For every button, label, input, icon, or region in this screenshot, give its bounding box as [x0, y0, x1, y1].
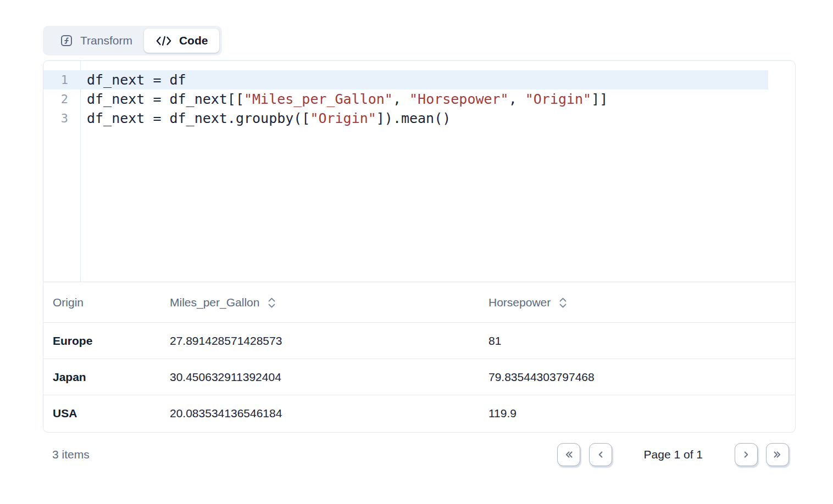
cell-horsepower: 81: [488, 334, 795, 348]
line-number: 1: [43, 70, 80, 89]
code-line: 2 df_next = df_next[["Miles_per_Gallon",…: [43, 89, 795, 109]
chevrons-right-icon: [771, 449, 784, 461]
code-segment: "Horsepower": [409, 91, 509, 107]
table-footer: 3 items Page 1 of 1: [43, 433, 796, 477]
items-count: 3 items: [52, 448, 90, 461]
sort-updown-icon[interactable]: [559, 297, 567, 309]
app-page: Transform Code 1 df_next = df 2 df_next …: [0, 0, 833, 504]
tab-code[interactable]: Code: [144, 29, 220, 53]
cell-miles-per-gallon: 30.450632911392404: [170, 371, 488, 384]
prev-page-button[interactable]: [589, 443, 612, 466]
code-segment: df_next = df_next[[: [87, 91, 244, 107]
table-row: Europe 27.891428571428573 81: [43, 323, 795, 359]
column-header-origin-label: Origin: [53, 296, 84, 309]
column-header-horsepower[interactable]: Horsepower: [488, 296, 795, 309]
code-segment: ,: [509, 91, 525, 107]
function-icon: [60, 34, 73, 47]
pagination: Page 1 of 1: [557, 443, 789, 466]
code-segment: "Origin": [310, 110, 376, 126]
chevrons-left-icon: [563, 449, 575, 461]
code-segment: "Miles_per_Gallon": [244, 91, 393, 107]
cell-miles-per-gallon: 20.083534136546184: [170, 407, 488, 420]
code-segment: "Origin": [525, 91, 591, 107]
tab-code-label: Code: [179, 34, 208, 47]
code-line: 3 df_next = df_next.groupby(["Origin"]).…: [43, 109, 795, 128]
first-page-button[interactable]: [557, 443, 580, 466]
chevron-right-icon: [740, 449, 752, 461]
line-number: 2: [43, 89, 80, 109]
cell-horsepower: 79.83544303797468: [488, 371, 795, 384]
table-row: Japan 30.450632911392404 79.835443037974…: [43, 359, 795, 395]
cell-origin: Europe: [43, 334, 170, 348]
code-segment: ]]: [591, 91, 608, 107]
code-segment: ]).mean(): [376, 110, 451, 126]
code-editor[interactable]: 1 df_next = df 2 df_next = df_next[["Mil…: [43, 61, 795, 282]
last-page-button[interactable]: [766, 443, 789, 466]
code-line-text: df_next = df: [80, 70, 186, 89]
table-header-row: Origin Miles_per_Gallon Horsepower: [43, 282, 795, 323]
chevron-left-icon: [595, 449, 607, 461]
cell-origin: USA: [43, 407, 170, 420]
cell-origin: Japan: [43, 371, 170, 384]
result-table: Origin Miles_per_Gallon Horsepower: [43, 282, 795, 432]
code-segment: df_next = df_next.groupby([: [87, 110, 310, 126]
page-indicator: Page 1 of 1: [644, 448, 703, 461]
table-row: USA 20.083534136546184 119.9: [43, 395, 795, 432]
code-and-result-panel: 1 df_next = df 2 df_next = df_next[["Mil…: [43, 60, 796, 433]
sort-updown-icon[interactable]: [268, 297, 276, 309]
line-number: 3: [43, 109, 80, 128]
code-segment: df_next = df: [87, 72, 186, 88]
code-line-text: df_next = df_next[["Miles_per_Gallon", "…: [80, 89, 608, 109]
column-header-miles-per-gallon[interactable]: Miles_per_Gallon: [170, 296, 488, 309]
code-line-text: df_next = df_next.groupby(["Origin"]).me…: [80, 109, 451, 128]
view-tabbar: Transform Code: [43, 26, 222, 55]
code-segment: ,: [393, 91, 409, 107]
next-page-button[interactable]: [735, 443, 758, 466]
column-header-miles-per-gallon-label: Miles_per_Gallon: [170, 296, 259, 309]
column-header-horsepower-label: Horsepower: [488, 296, 551, 309]
cell-horsepower: 119.9: [488, 407, 795, 420]
code-line: 1 df_next = df: [43, 70, 795, 89]
column-header-origin: Origin: [43, 296, 170, 309]
tab-transform[interactable]: Transform: [46, 29, 144, 53]
tab-transform-label: Transform: [80, 34, 132, 47]
code-icon: [156, 36, 172, 46]
cell-miles-per-gallon: 27.891428571428573: [170, 334, 488, 348]
